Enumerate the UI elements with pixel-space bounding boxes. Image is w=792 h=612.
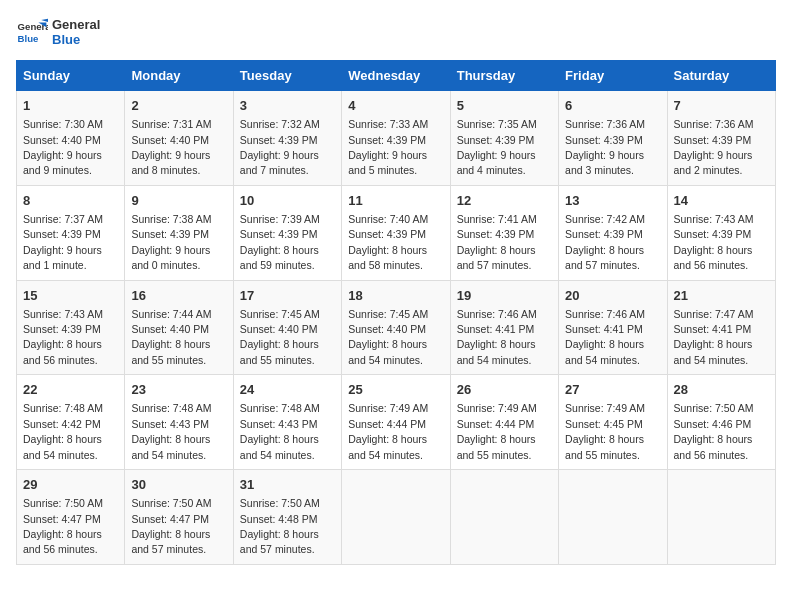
calendar-cell <box>667 470 775 565</box>
day-info: Sunrise: 7:46 AMSunset: 4:41 PMDaylight:… <box>565 308 645 366</box>
calendar-cell: 4 Sunrise: 7:33 AMSunset: 4:39 PMDayligh… <box>342 91 450 186</box>
calendar-cell: 16 Sunrise: 7:44 AMSunset: 4:40 PMDaylig… <box>125 280 233 375</box>
calendar-cell: 13 Sunrise: 7:42 AMSunset: 4:39 PMDaylig… <box>559 185 667 280</box>
day-info: Sunrise: 7:49 AMSunset: 4:44 PMDaylight:… <box>457 402 537 460</box>
calendar-week-row: 22 Sunrise: 7:48 AMSunset: 4:42 PMDaylig… <box>17 375 776 470</box>
calendar-cell: 18 Sunrise: 7:45 AMSunset: 4:40 PMDaylig… <box>342 280 450 375</box>
calendar-cell: 10 Sunrise: 7:39 AMSunset: 4:39 PMDaylig… <box>233 185 341 280</box>
calendar-cell: 8 Sunrise: 7:37 AMSunset: 4:39 PMDayligh… <box>17 185 125 280</box>
day-info: Sunrise: 7:50 AMSunset: 4:47 PMDaylight:… <box>131 497 211 555</box>
logo: General Blue General Blue <box>16 16 100 48</box>
day-number: 30 <box>131 476 226 494</box>
day-info: Sunrise: 7:46 AMSunset: 4:41 PMDaylight:… <box>457 308 537 366</box>
day-number: 27 <box>565 381 660 399</box>
day-number: 24 <box>240 381 335 399</box>
day-number: 5 <box>457 97 552 115</box>
calendar-cell: 2 Sunrise: 7:31 AMSunset: 4:40 PMDayligh… <box>125 91 233 186</box>
day-info: Sunrise: 7:30 AMSunset: 4:40 PMDaylight:… <box>23 118 103 176</box>
day-number: 17 <box>240 287 335 305</box>
calendar-cell: 5 Sunrise: 7:35 AMSunset: 4:39 PMDayligh… <box>450 91 558 186</box>
calendar-cell: 19 Sunrise: 7:46 AMSunset: 4:41 PMDaylig… <box>450 280 558 375</box>
day-header-sunday: Sunday <box>17 61 125 91</box>
day-info: Sunrise: 7:31 AMSunset: 4:40 PMDaylight:… <box>131 118 211 176</box>
day-number: 22 <box>23 381 118 399</box>
day-info: Sunrise: 7:45 AMSunset: 4:40 PMDaylight:… <box>240 308 320 366</box>
day-number: 9 <box>131 192 226 210</box>
day-number: 3 <box>240 97 335 115</box>
day-number: 12 <box>457 192 552 210</box>
day-info: Sunrise: 7:39 AMSunset: 4:39 PMDaylight:… <box>240 213 320 271</box>
day-header-monday: Monday <box>125 61 233 91</box>
day-number: 1 <box>23 97 118 115</box>
day-header-wednesday: Wednesday <box>342 61 450 91</box>
day-info: Sunrise: 7:49 AMSunset: 4:45 PMDaylight:… <box>565 402 645 460</box>
day-info: Sunrise: 7:41 AMSunset: 4:39 PMDaylight:… <box>457 213 537 271</box>
day-number: 8 <box>23 192 118 210</box>
calendar-cell: 3 Sunrise: 7:32 AMSunset: 4:39 PMDayligh… <box>233 91 341 186</box>
day-number: 4 <box>348 97 443 115</box>
day-number: 6 <box>565 97 660 115</box>
day-number: 31 <box>240 476 335 494</box>
day-header-thursday: Thursday <box>450 61 558 91</box>
day-number: 13 <box>565 192 660 210</box>
calendar-cell: 12 Sunrise: 7:41 AMSunset: 4:39 PMDaylig… <box>450 185 558 280</box>
calendar-cell: 26 Sunrise: 7:49 AMSunset: 4:44 PMDaylig… <box>450 375 558 470</box>
day-info: Sunrise: 7:50 AMSunset: 4:46 PMDaylight:… <box>674 402 754 460</box>
day-header-friday: Friday <box>559 61 667 91</box>
calendar-cell: 25 Sunrise: 7:49 AMSunset: 4:44 PMDaylig… <box>342 375 450 470</box>
calendar-cell: 24 Sunrise: 7:48 AMSunset: 4:43 PMDaylig… <box>233 375 341 470</box>
logo-line2: Blue <box>52 32 100 47</box>
calendar-cell: 7 Sunrise: 7:36 AMSunset: 4:39 PMDayligh… <box>667 91 775 186</box>
day-number: 2 <box>131 97 226 115</box>
day-info: Sunrise: 7:37 AMSunset: 4:39 PMDaylight:… <box>23 213 103 271</box>
day-number: 28 <box>674 381 769 399</box>
svg-text:Blue: Blue <box>18 33 39 44</box>
day-number: 20 <box>565 287 660 305</box>
calendar-cell: 6 Sunrise: 7:36 AMSunset: 4:39 PMDayligh… <box>559 91 667 186</box>
calendar-week-row: 8 Sunrise: 7:37 AMSunset: 4:39 PMDayligh… <box>17 185 776 280</box>
day-info: Sunrise: 7:38 AMSunset: 4:39 PMDaylight:… <box>131 213 211 271</box>
calendar-cell: 9 Sunrise: 7:38 AMSunset: 4:39 PMDayligh… <box>125 185 233 280</box>
day-info: Sunrise: 7:50 AMSunset: 4:48 PMDaylight:… <box>240 497 320 555</box>
day-info: Sunrise: 7:44 AMSunset: 4:40 PMDaylight:… <box>131 308 211 366</box>
calendar-week-row: 1 Sunrise: 7:30 AMSunset: 4:40 PMDayligh… <box>17 91 776 186</box>
day-info: Sunrise: 7:48 AMSunset: 4:42 PMDaylight:… <box>23 402 103 460</box>
calendar-cell: 29 Sunrise: 7:50 AMSunset: 4:47 PMDaylig… <box>17 470 125 565</box>
day-info: Sunrise: 7:50 AMSunset: 4:47 PMDaylight:… <box>23 497 103 555</box>
page-header: General Blue General Blue <box>16 16 776 48</box>
calendar-cell: 14 Sunrise: 7:43 AMSunset: 4:39 PMDaylig… <box>667 185 775 280</box>
calendar-cell: 17 Sunrise: 7:45 AMSunset: 4:40 PMDaylig… <box>233 280 341 375</box>
day-number: 21 <box>674 287 769 305</box>
day-number: 29 <box>23 476 118 494</box>
day-number: 16 <box>131 287 226 305</box>
calendar-cell: 23 Sunrise: 7:48 AMSunset: 4:43 PMDaylig… <box>125 375 233 470</box>
day-number: 19 <box>457 287 552 305</box>
day-info: Sunrise: 7:47 AMSunset: 4:41 PMDaylight:… <box>674 308 754 366</box>
day-number: 14 <box>674 192 769 210</box>
day-number: 11 <box>348 192 443 210</box>
calendar-cell: 21 Sunrise: 7:47 AMSunset: 4:41 PMDaylig… <box>667 280 775 375</box>
day-info: Sunrise: 7:43 AMSunset: 4:39 PMDaylight:… <box>23 308 103 366</box>
calendar-cell: 22 Sunrise: 7:48 AMSunset: 4:42 PMDaylig… <box>17 375 125 470</box>
calendar-cell: 1 Sunrise: 7:30 AMSunset: 4:40 PMDayligh… <box>17 91 125 186</box>
day-number: 7 <box>674 97 769 115</box>
calendar-cell: 31 Sunrise: 7:50 AMSunset: 4:48 PMDaylig… <box>233 470 341 565</box>
day-info: Sunrise: 7:36 AMSunset: 4:39 PMDaylight:… <box>674 118 754 176</box>
calendar-week-row: 15 Sunrise: 7:43 AMSunset: 4:39 PMDaylig… <box>17 280 776 375</box>
calendar-cell: 30 Sunrise: 7:50 AMSunset: 4:47 PMDaylig… <box>125 470 233 565</box>
day-number: 23 <box>131 381 226 399</box>
calendar-header-row: SundayMondayTuesdayWednesdayThursdayFrid… <box>17 61 776 91</box>
day-info: Sunrise: 7:45 AMSunset: 4:40 PMDaylight:… <box>348 308 428 366</box>
logo-line1: General <box>52 17 100 32</box>
logo-icon: General Blue <box>16 16 48 48</box>
day-number: 25 <box>348 381 443 399</box>
day-number: 15 <box>23 287 118 305</box>
calendar-cell <box>559 470 667 565</box>
calendar-cell: 28 Sunrise: 7:50 AMSunset: 4:46 PMDaylig… <box>667 375 775 470</box>
day-info: Sunrise: 7:33 AMSunset: 4:39 PMDaylight:… <box>348 118 428 176</box>
day-info: Sunrise: 7:43 AMSunset: 4:39 PMDaylight:… <box>674 213 754 271</box>
day-info: Sunrise: 7:35 AMSunset: 4:39 PMDaylight:… <box>457 118 537 176</box>
day-number: 18 <box>348 287 443 305</box>
calendar-cell: 20 Sunrise: 7:46 AMSunset: 4:41 PMDaylig… <box>559 280 667 375</box>
day-info: Sunrise: 7:49 AMSunset: 4:44 PMDaylight:… <box>348 402 428 460</box>
